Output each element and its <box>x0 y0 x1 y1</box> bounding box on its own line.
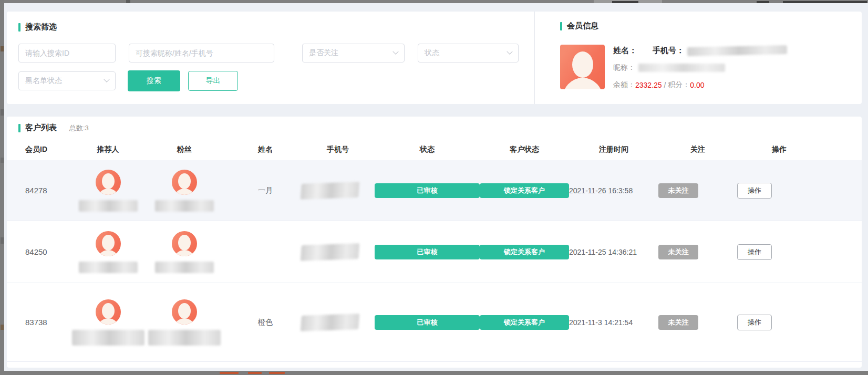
avatar-head-shape <box>572 51 593 78</box>
status-badge: 已审核 <box>375 183 480 198</box>
name-label: 姓名： <box>613 46 637 56</box>
referrer-avatar <box>96 299 121 325</box>
edge-speck <box>1 46 4 51</box>
search-id-input[interactable] <box>18 44 116 62</box>
register-time: 2021-11-26 16:3:58 <box>569 186 658 195</box>
follow-badge: 未关注 <box>658 315 698 330</box>
blacklist-select[interactable]: 黑名单状态 <box>18 71 116 90</box>
avatar-shoulders-shape <box>173 318 196 325</box>
points-label: 积分： <box>668 80 690 90</box>
edge-speck <box>1 158 4 163</box>
col-name: 姓名 <box>228 145 273 154</box>
section-header: 会员信息 <box>560 21 862 31</box>
register-time: 2021-11-25 14:36:21 <box>569 248 658 256</box>
points-value: 0.00 <box>690 81 704 89</box>
follow-select-placeholder: 是否关注 <box>309 48 338 58</box>
screenshot-stage: 搜索筛选 是否关注 状态 黑名单状态 <box>0 0 868 375</box>
col-action: 操作 <box>772 145 787 154</box>
follow-badge: 未关注 <box>658 183 698 198</box>
redacted-fan-name <box>155 200 214 212</box>
customer-status-badge: 锁定关系客户 <box>480 245 569 259</box>
register-time: 2021-11-3 14:21:54 <box>569 318 658 327</box>
fans-cell <box>141 170 228 212</box>
balance-value: 2332.25 <box>635 81 662 89</box>
referrer-avatar <box>96 231 121 256</box>
edge-speck <box>1 325 4 330</box>
col-fans: 粉丝 <box>177 145 192 154</box>
phone-label: 手机号： <box>653 46 684 56</box>
redacted-phone <box>301 314 359 331</box>
accent-bar <box>18 124 20 132</box>
section-title: 搜索筛选 <box>25 22 57 32</box>
customer-status-badge: 锁定关系客户 <box>480 315 569 330</box>
follow-badge: 未关注 <box>658 245 698 259</box>
avatar-shoulders-shape <box>97 318 120 325</box>
edge-speck <box>1 237 4 244</box>
redacted-phone <box>687 45 787 56</box>
customer-status-badge: 锁定关系客户 <box>480 183 569 198</box>
accent-bar <box>18 23 20 32</box>
separator-slash: / <box>662 81 668 89</box>
avatar-head-shape <box>178 303 191 319</box>
col-follow: 关注 <box>690 145 705 154</box>
keyword-input[interactable] <box>129 44 274 62</box>
member-body: 姓名： 手机号： 昵称： 余额： 2332.25 / <box>560 45 862 90</box>
avatar-shoulders-shape <box>173 250 196 256</box>
table-header-row: 会员ID 推荐人 粉丝 姓名 手机号 状态 客户状态 注册时间 关注 操作 <box>7 139 862 160</box>
accent-bar <box>560 22 562 30</box>
fans-cell <box>141 299 228 346</box>
referrer-cell <box>75 299 141 346</box>
avatar-head-shape <box>102 173 115 189</box>
redacted-referrer-name <box>79 200 138 212</box>
avatar-head-shape <box>178 235 191 251</box>
chevron-down-icon <box>507 49 512 55</box>
avatar-shoulders-shape <box>97 250 120 256</box>
fans-cell <box>141 231 228 273</box>
member-id: 84278 <box>17 186 47 195</box>
section-title: 客户列表 <box>25 123 57 133</box>
redacted-nickname <box>638 64 725 72</box>
customer-name: 一月 <box>228 186 273 195</box>
status-badge: 已审核 <box>375 245 480 259</box>
status-select[interactable]: 状态 <box>418 44 519 62</box>
table-row: 84278 一月 已审核 锁定关系客户 2021-11-26 16:3:58 未… <box>7 160 862 221</box>
avatar-shoulders-shape <box>97 189 120 195</box>
filter-row-2: 黑名单状态 搜索 导出 <box>18 70 534 91</box>
follow-select[interactable]: 是否关注 <box>302 44 405 62</box>
fan-avatar <box>172 231 197 256</box>
admin-page: 搜索筛选 是否关注 状态 黑名单状态 <box>4 3 868 371</box>
referrer-cell <box>75 231 141 273</box>
edge-cut-content <box>220 372 239 374</box>
member-details: 姓名： 手机号： 昵称： 余额： 2332.25 / <box>613 45 787 90</box>
blacklist-select-placeholder: 黑名单状态 <box>25 76 62 86</box>
customer-list-card: 客户列表 总数:3 会员ID 推荐人 粉丝 姓名 手机号 状态 客户状态 注册时… <box>7 117 862 368</box>
window-edge-left <box>0 0 4 375</box>
action-button[interactable]: 操作 <box>737 315 772 330</box>
member-nickname-line: 昵称： <box>613 63 787 72</box>
table-row: 84250 已审核 锁定关系客户 2021-11-25 14:36:21 未关注… <box>7 221 862 283</box>
avatar-shoulders-shape <box>562 78 603 89</box>
member-info-section: 会员信息 姓名： 手机号： <box>534 12 862 104</box>
search-button[interactable]: 搜索 <box>128 70 180 91</box>
export-button[interactable]: 导出 <box>188 71 238 91</box>
chevron-down-icon <box>104 77 109 82</box>
col-phone: 手机号 <box>327 145 349 154</box>
window-edge-bottom <box>0 371 868 375</box>
action-button[interactable]: 操作 <box>737 244 772 260</box>
redacted-phone <box>301 243 359 261</box>
fan-avatar <box>172 299 197 325</box>
status-badge: 已审核 <box>375 315 480 330</box>
member-avatar <box>560 45 605 89</box>
referrer-cell <box>75 170 141 212</box>
section-title: 会员信息 <box>567 21 598 31</box>
action-button[interactable]: 操作 <box>737 183 772 199</box>
chevron-down-icon <box>392 49 398 55</box>
member-name-phone-line: 姓名： 手机号： <box>613 46 787 55</box>
member-id: 84250 <box>17 247 47 256</box>
status-select-placeholder: 状态 <box>425 48 439 58</box>
redacted-phone <box>301 182 359 200</box>
balance-label: 余额： <box>613 80 635 90</box>
col-register-time: 注册时间 <box>599 145 628 154</box>
avatar-head-shape <box>178 173 191 189</box>
avatar-head-shape <box>102 303 115 319</box>
